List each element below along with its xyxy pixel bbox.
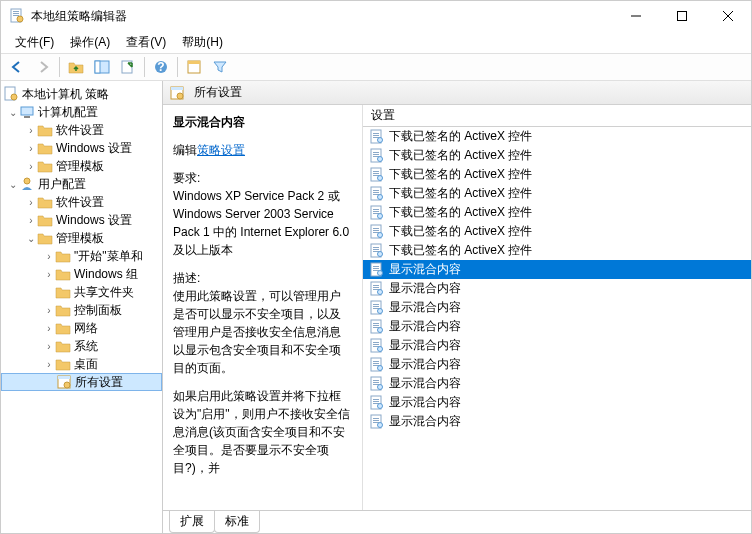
tree-shared-folders[interactable]: 共享文件夹 — [1, 283, 162, 301]
list-row[interactable]: 下载已签名的 ActiveX 控件 — [363, 127, 751, 146]
list-row[interactable]: 显示混合内容 — [363, 298, 751, 317]
filter-button[interactable] — [208, 55, 232, 79]
tree-label: 控制面板 — [74, 302, 122, 319]
computer-icon — [19, 104, 35, 120]
tree-admin-templates-1[interactable]: ›管理模板 — [1, 157, 162, 175]
expand-icon[interactable]: › — [43, 251, 55, 262]
expand-icon[interactable]: › — [25, 215, 37, 226]
show-hide-tree-button[interactable] — [90, 55, 114, 79]
up-button[interactable] — [64, 55, 88, 79]
list-row[interactable]: 显示混合内容 — [363, 279, 751, 298]
list-row[interactable]: 显示混合内容 — [363, 393, 751, 412]
edit-policy-link[interactable]: 策略设置 — [197, 143, 245, 157]
svg-rect-83 — [373, 342, 379, 343]
properties-button[interactable] — [182, 55, 206, 79]
maximize-button[interactable] — [659, 1, 705, 31]
tree-software-settings-1[interactable]: ›软件设置 — [1, 121, 162, 139]
svg-point-81 — [378, 327, 383, 332]
list-row[interactable]: 显示混合内容 — [363, 355, 751, 374]
expand-icon[interactable]: › — [43, 323, 55, 334]
row-text: 显示混合内容 — [389, 318, 461, 335]
policy-item-icon — [369, 395, 385, 411]
svg-point-23 — [64, 382, 70, 388]
svg-point-20 — [24, 178, 30, 184]
minimize-button[interactable] — [613, 1, 659, 31]
expand-icon[interactable]: › — [43, 341, 55, 352]
svg-point-51 — [378, 213, 383, 218]
tab-standard[interactable]: 标准 — [214, 511, 260, 533]
row-text: 下载已签名的 ActiveX 控件 — [389, 204, 532, 221]
policy-title: 显示混合内容 — [173, 113, 352, 131]
tree-all-settings[interactable]: 所有设置 — [1, 373, 162, 391]
tree-start-menu[interactable]: ›"开始"菜单和 — [1, 247, 162, 265]
tab-extended[interactable]: 扩展 — [169, 511, 215, 533]
list-row[interactable]: 显示混合内容 — [363, 317, 751, 336]
svg-point-71 — [378, 289, 383, 294]
menu-view[interactable]: 查看(V) — [120, 32, 172, 53]
folder-icon — [55, 320, 71, 336]
list-row[interactable]: 显示混合内容 — [363, 336, 751, 355]
menu-action[interactable]: 操作(A) — [64, 32, 116, 53]
tree-network[interactable]: ›网络 — [1, 319, 162, 337]
column-header-setting[interactable]: 设置 — [363, 105, 751, 127]
svg-point-86 — [378, 346, 383, 351]
main-window: 本地组策略编辑器 文件(F) 操作(A) 查看(V) 帮助(H) ? 本地计算机… — [0, 0, 752, 534]
expand-icon[interactable]: › — [43, 305, 55, 316]
tree-pane[interactable]: 本地计算机 策略 ⌄ 计算机配置 ›软件设置 ›Windows 设置 ›管理模板… — [1, 81, 163, 533]
maximize-icon — [677, 11, 687, 21]
tree-label: Windows 设置 — [56, 212, 132, 229]
list-row[interactable]: 下载已签名的 ActiveX 控件 — [363, 146, 751, 165]
tree-label: 管理模板 — [56, 158, 104, 175]
folder-icon — [55, 266, 71, 282]
expand-icon[interactable]: › — [43, 359, 55, 370]
tree-software-settings-2[interactable]: ›软件设置 — [1, 193, 162, 211]
tree-desktop[interactable]: ›桌面 — [1, 355, 162, 373]
collapse-icon[interactable]: ⌄ — [7, 179, 19, 190]
menu-help[interactable]: 帮助(H) — [176, 32, 229, 53]
menu-file[interactable]: 文件(F) — [9, 32, 60, 53]
settings-list: 设置 下载已签名的 ActiveX 控件下载已签名的 ActiveX 控件下载已… — [363, 105, 751, 510]
expand-icon[interactable]: › — [25, 197, 37, 208]
svg-rect-84 — [373, 344, 379, 345]
folder-icon — [37, 140, 53, 156]
list-row[interactable]: 下载已签名的 ActiveX 控件 — [363, 241, 751, 260]
svg-point-106 — [378, 422, 383, 427]
list-row[interactable]: 下载已签名的 ActiveX 控件 — [363, 184, 751, 203]
collapse-icon[interactable]: ⌄ — [7, 107, 19, 118]
tree-windows-settings-1[interactable]: ›Windows 设置 — [1, 139, 162, 157]
tree-admin-templates-2[interactable]: ⌄管理模板 — [1, 229, 162, 247]
help-button[interactable]: ? — [149, 55, 173, 79]
list-row[interactable]: 下载已签名的 ActiveX 控件 — [363, 203, 751, 222]
tree-label: 桌面 — [74, 356, 98, 373]
list-row[interactable]: 显示混合内容 — [363, 412, 751, 431]
tree-root[interactable]: 本地计算机 策略 — [1, 85, 162, 103]
export-button[interactable] — [116, 55, 140, 79]
tree-computer-config[interactable]: ⌄ 计算机配置 — [1, 103, 162, 121]
policy-item-icon — [369, 224, 385, 240]
content-body: 本地计算机 策略 ⌄ 计算机配置 ›软件设置 ›Windows 设置 ›管理模板… — [1, 81, 751, 533]
tree-control-panel[interactable]: ›控制面板 — [1, 301, 162, 319]
rows-container[interactable]: 下载已签名的 ActiveX 控件下载已签名的 ActiveX 控件下载已签名的… — [363, 127, 751, 510]
settings-list-icon — [169, 85, 185, 101]
expand-icon[interactable]: › — [43, 269, 55, 280]
list-row[interactable]: 显示混合内容 — [363, 260, 751, 279]
expand-icon[interactable]: › — [25, 143, 37, 154]
list-row[interactable]: 下载已签名的 ActiveX 控件 — [363, 165, 751, 184]
svg-rect-29 — [373, 135, 379, 136]
forward-button[interactable] — [31, 55, 55, 79]
svg-point-66 — [378, 270, 383, 275]
tree-system[interactable]: ›系统 — [1, 337, 162, 355]
tree-user-config[interactable]: ⌄ 用户配置 — [1, 175, 162, 193]
svg-rect-1 — [13, 11, 19, 12]
row-text: 显示混合内容 — [389, 356, 461, 373]
collapse-icon[interactable]: ⌄ — [25, 233, 37, 244]
tree-windows-settings-2[interactable]: ›Windows 设置 — [1, 211, 162, 229]
back-button[interactable] — [5, 55, 29, 79]
tree-windows-components[interactable]: ›Windows 组 — [1, 265, 162, 283]
list-row[interactable]: 显示混合内容 — [363, 374, 751, 393]
close-button[interactable] — [705, 1, 751, 31]
expand-icon[interactable]: › — [25, 125, 37, 136]
list-row[interactable]: 下载已签名的 ActiveX 控件 — [363, 222, 751, 241]
expand-icon[interactable]: › — [25, 161, 37, 172]
svg-point-17 — [11, 94, 17, 100]
